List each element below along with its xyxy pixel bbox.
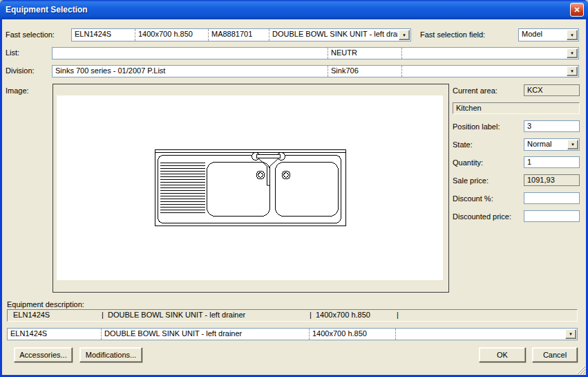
state-value[interactable]: Normal xyxy=(524,139,567,150)
chevron-down-icon[interactable]: ▼ xyxy=(399,30,410,40)
equipment-description-label: Equipment description: xyxy=(7,300,84,309)
list-code[interactable]: NEUTR xyxy=(328,48,402,59)
sink-image xyxy=(57,95,443,280)
quantity-label: Quantity: xyxy=(453,158,483,167)
description-combo[interactable]: ELN1424S DOUBLE BOWL SINK UNIT - left dr… xyxy=(7,328,578,340)
description-summary-row: ELN1424S | DOUBLE BOWL SINK UNIT - left … xyxy=(7,309,578,322)
desc-combo-code[interactable]: ELN1424S xyxy=(8,329,102,340)
state-label: State: xyxy=(453,140,473,149)
desc-pipe: | xyxy=(310,311,312,319)
desc-code: ELN1424S xyxy=(13,311,50,319)
chevron-down-icon[interactable]: ▼ xyxy=(567,140,578,149)
list-label: List: xyxy=(6,48,19,57)
title-bar[interactable]: Equipment Selection ✕ xyxy=(0,0,588,19)
chevron-down-icon[interactable]: ▼ xyxy=(567,66,578,76)
modifications-button[interactable]: Modifications... xyxy=(79,347,142,362)
desc-name: DOUBLE BOWL SINK UNIT - left drainer xyxy=(108,311,245,319)
fast-selection-field-combo[interactable]: Model ▼ xyxy=(518,28,579,42)
chevron-down-icon[interactable]: ▼ xyxy=(567,30,578,40)
fast-cell-model[interactable]: ELN1424S xyxy=(72,29,135,41)
list-value[interactable] xyxy=(53,48,328,59)
fast-cell-code[interactable]: MA8881701 xyxy=(209,29,269,41)
accessories-button[interactable]: Accessories... xyxy=(14,347,73,362)
chevron-down-icon[interactable]: ▼ xyxy=(567,48,578,58)
window-title: Equipment Selection xyxy=(0,5,88,15)
cancel-button[interactable]: Cancel xyxy=(532,347,578,362)
current-area-label: Current area: xyxy=(453,86,497,95)
list-combo[interactable]: NEUTR ▼ xyxy=(52,47,579,59)
chevron-down-icon[interactable]: ▼ xyxy=(565,329,576,339)
division-label: Division: xyxy=(6,66,35,75)
area-name-field[interactable]: Kitchen xyxy=(453,102,580,114)
discount-label: Discount %: xyxy=(453,194,493,203)
sale-price-field[interactable]: 1091,93 xyxy=(524,174,580,186)
desc-combo-name[interactable]: DOUBLE BOWL SINK UNIT - left drainer xyxy=(102,329,310,340)
current-area-field[interactable]: KCX xyxy=(524,84,580,96)
position-label: Position label: xyxy=(453,122,500,131)
image-label: Image: xyxy=(6,86,29,95)
desc-size: 1400x700 h.850 xyxy=(316,311,370,319)
fast-selection-field-label: Fast selection field: xyxy=(420,30,485,39)
fast-cell-description[interactable]: DOUBLE BOWL SINK UNIT - left draine xyxy=(269,29,398,41)
state-combo[interactable]: Normal ▼ xyxy=(524,138,580,151)
desc-pipe: | xyxy=(397,311,399,319)
fast-cell-size[interactable]: 1400x700 h.850 xyxy=(135,29,209,41)
dialog-content: Fast selection: ELN1424S 1400x700 h.850 … xyxy=(2,19,586,375)
desc-pipe: | xyxy=(102,311,104,319)
desc-combo-empty-cell xyxy=(396,329,565,340)
resize-grip-icon[interactable] xyxy=(576,365,585,374)
division-value[interactable]: Sinks 700 series - 01/2007 P.List xyxy=(53,66,328,77)
image-panel xyxy=(53,84,449,293)
division-empty-cell xyxy=(402,66,566,77)
equipment-selection-dialog: Equipment Selection ✕ Fast selection: EL… xyxy=(0,0,588,377)
division-code[interactable]: Sink706 xyxy=(328,66,402,77)
sale-price-label: Sale price: xyxy=(453,176,489,185)
discounted-price-label: Discounted price: xyxy=(453,212,511,221)
quantity-field[interactable]: 1 xyxy=(524,156,580,168)
close-icon[interactable]: ✕ xyxy=(570,3,584,17)
discounted-price-field[interactable] xyxy=(524,210,580,222)
desc-combo-size[interactable]: 1400x700 h.850 xyxy=(310,329,396,340)
fast-selection-combo[interactable]: ELN1424S 1400x700 h.850 MA8881701 DOUBLE… xyxy=(71,28,411,42)
sink-drawing xyxy=(155,149,347,227)
fast-selection-label: Fast selection: xyxy=(6,30,55,39)
division-combo[interactable]: Sinks 700 series - 01/2007 P.List Sink70… xyxy=(52,65,579,77)
discount-field[interactable] xyxy=(524,192,580,204)
fast-selection-field-value[interactable]: Model xyxy=(519,29,566,41)
ok-button[interactable]: OK xyxy=(479,347,526,362)
position-field[interactable]: 3 xyxy=(524,120,580,132)
list-empty-cell xyxy=(402,48,566,59)
